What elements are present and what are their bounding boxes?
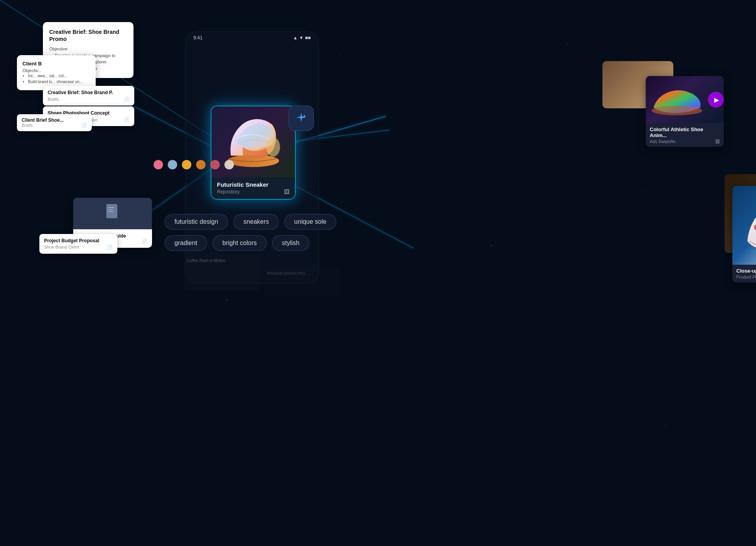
phone-status-bar: 9:41 ▲ ▼ ■■	[185, 32, 319, 44]
phone-time: 9:41	[193, 35, 202, 41]
blurred-card-label: Coffee Bean in Motion	[183, 255, 260, 266]
play-button[interactable]: ▶	[708, 92, 724, 108]
svg-rect-8	[108, 207, 114, 208]
central-sneaker-card[interactable]: Futuristic Sneaker Repository 🖼	[211, 106, 296, 200]
central-card-title: Futuristic Sneaker	[217, 181, 289, 188]
closeup-shoe-sub: Product Photoshoot Inspo 🖼	[736, 275, 756, 279]
colorful-shoe-card[interactable]: ▶ Colorful Athletic Shoe Anim... Ads Swi…	[646, 76, 724, 147]
client-brief-partial-card[interactable]: Client B Objectiv... Inc... awa... sal..…	[17, 55, 96, 90]
project-budget-title: Project Budget Proposal	[44, 238, 113, 243]
creative-brief-title: Creative Brief: Shoe Brand Promo	[49, 28, 127, 43]
doc-icon-branding: 📄	[142, 239, 147, 244]
tags-container: futuristic design sneakers unique sole g…	[165, 214, 361, 251]
colorful-shoe-card-info: Colorful Athletic Shoe Anim... Ads Swipe…	[646, 123, 724, 147]
central-card-repo-label: Repository	[217, 189, 239, 195]
closeup-shoe-title: Close-up Modern Shoe	[736, 268, 756, 274]
color-dot-dark-orange[interactable]	[196, 160, 206, 169]
tag-stylish[interactable]: stylish	[272, 235, 309, 251]
closeup-shoe-info: Close-up Modern Shoe Product Photoshoot …	[732, 265, 756, 282]
color-dot-blue[interactable]	[168, 160, 177, 169]
client-brief-footer-card[interactable]: Client Brief Shoe... Briefs 📄	[17, 114, 92, 131]
objective-label: Objective:	[49, 46, 127, 52]
bottom-left-blurred-card: Coffee Bean in Motion	[183, 255, 260, 291]
colorful-shoe-title: Colorful Athletic Shoe Anim...	[650, 126, 720, 138]
creative-brief-mini-card[interactable]: Creative Brief: Shoe Brand P. Briefs 📄	[43, 86, 134, 106]
svg-rect-10	[108, 211, 113, 212]
project-budget-card[interactable]: Project Budget Proposal Shoe Brand Clien…	[39, 234, 117, 254]
branding-card-image	[73, 198, 152, 229]
svg-point-13	[652, 106, 702, 115]
tag-gradient[interactable]: gradient	[165, 235, 207, 251]
doc-icon-photoshoot: 📄	[124, 117, 130, 122]
phone-icons: ▲ ▼ ■■	[293, 35, 311, 41]
sparkle-icon	[294, 111, 308, 125]
svg-point-12	[266, 137, 280, 157]
client-brief-footer-sub: Briefs 📄	[22, 123, 87, 128]
doc-icon-footer: 📄	[82, 123, 87, 128]
project-budget-subtitle: Shoe Brand Client	[44, 245, 79, 250]
client-brief-footer-title: Client Brief Shoe...	[22, 117, 87, 123]
project-budget-sub: Shoe Brand Client 📄	[44, 245, 113, 250]
sparkle-icon-container[interactable]	[289, 106, 314, 131]
color-dot-pink[interactable]	[154, 160, 163, 169]
briefs-label: Briefs	[22, 123, 33, 128]
colorful-shoe-image: ▶	[646, 76, 724, 123]
closeup-shoe-subtitle: Product Photoshoot Inspo	[736, 275, 756, 279]
central-card-subtitle: Repository 🖼	[217, 189, 289, 195]
tag-sneakers[interactable]: sneakers	[233, 214, 279, 230]
closeup-shoe-image	[732, 186, 756, 265]
bottom-center-blurred-card: Artisanal product shot...	[264, 268, 341, 295]
brief-subtitle: Briefs	[48, 97, 59, 102]
client-brief-partial-body: Objectiv... Inc... awa... sal... col... …	[22, 68, 90, 85]
svg-rect-9	[108, 209, 113, 210]
client-brief-partial-title: Client B	[22, 61, 90, 67]
image-icon-shoe: 🖼	[715, 139, 720, 144]
doc-icon-brief: 📄	[124, 97, 130, 102]
colorful-shoe-sub: Ads Swipefile 🖼	[650, 139, 720, 144]
color-dot-cream[interactable]	[224, 160, 234, 169]
color-dot-rose[interactable]	[210, 160, 220, 169]
colorful-shoe-subtitle: Ads Swipefile	[650, 139, 676, 144]
creative-brief-mini-title: Creative Brief: Shoe Brand P.	[48, 90, 130, 95]
image-icon-central: 🖼	[284, 189, 289, 195]
tag-unique-sole[interactable]: unique sole	[284, 214, 336, 230]
doc-icon-budget: 📄	[107, 245, 113, 250]
tag-futuristic-design[interactable]: futuristic design	[165, 214, 228, 230]
blurred-card2-label: Artisanal product shot...	[264, 268, 341, 279]
tag-bright-colors[interactable]: bright colors	[213, 235, 267, 251]
creative-brief-mini-sub: Briefs 📄	[48, 97, 130, 102]
central-card-info: Futuristic Sneaker Repository 🖼	[211, 177, 295, 199]
closeup-shoe-card[interactable]: Close-up Modern Shoe Product Photoshoot …	[732, 186, 756, 282]
color-dot-orange[interactable]	[182, 160, 191, 169]
color-dots-row	[154, 160, 234, 169]
